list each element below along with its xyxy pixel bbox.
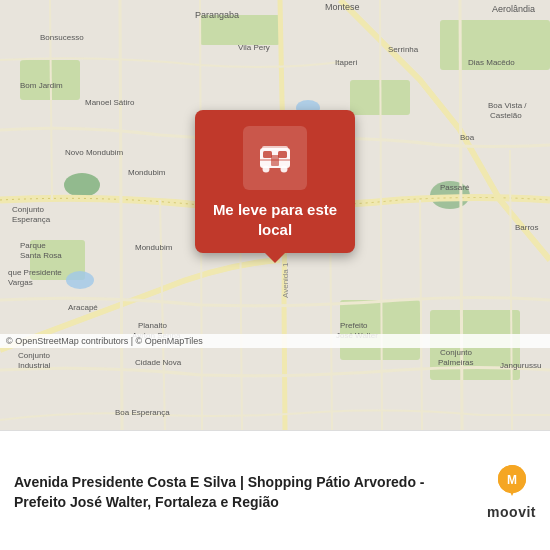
svg-point-11: [66, 271, 94, 289]
svg-point-55: [281, 166, 288, 173]
svg-text:Cidade Nova: Cidade Nova: [135, 358, 182, 367]
svg-text:Avenida 1: Avenida 1: [281, 262, 290, 298]
svg-text:Passaré: Passaré: [440, 183, 470, 192]
svg-text:Novo Mondubim: Novo Mondubim: [65, 148, 124, 157]
moovit-logo: M moovit: [487, 462, 536, 520]
svg-text:Serrinha: Serrinha: [388, 45, 419, 54]
svg-text:Barros: Barros: [515, 223, 539, 232]
svg-text:Bom Jardim: Bom Jardim: [20, 81, 63, 90]
svg-text:Bonsucesso: Bonsucesso: [40, 33, 84, 42]
svg-text:Aerolândia: Aerolândia: [492, 4, 535, 14]
location-popup[interactable]: Me leve para este local: [195, 110, 355, 253]
svg-rect-51: [263, 151, 272, 158]
moovit-text: moovit: [487, 504, 536, 520]
svg-text:Jangurussu: Jangurussu: [500, 361, 541, 370]
svg-text:Itaperi: Itaperi: [335, 58, 357, 67]
svg-text:Boa Vista /: Boa Vista /: [488, 101, 527, 110]
svg-text:Prefeito: Prefeito: [340, 321, 368, 330]
svg-text:Vargas: Vargas: [8, 278, 33, 287]
svg-text:Dias Macêdo: Dias Macêdo: [468, 58, 515, 67]
map-attribution: © OpenStreetMap contributors | © OpenMap…: [0, 334, 550, 348]
svg-text:M: M: [507, 473, 517, 487]
svg-rect-6: [340, 300, 420, 360]
svg-text:Mondubim: Mondubim: [135, 243, 173, 252]
svg-text:Planalto: Planalto: [138, 321, 167, 330]
map-container: Parangaba Montese Aerolândia Bonsucesso …: [0, 0, 550, 430]
place-title: Avenida Presidente Costa E Silva | Shopp…: [14, 473, 475, 512]
svg-text:Montese: Montese: [325, 2, 360, 12]
svg-text:Boa: Boa: [460, 133, 475, 142]
svg-point-8: [64, 173, 100, 197]
svg-text:Industrial: Industrial: [18, 361, 51, 370]
svg-text:que Presidente: que Presidente: [8, 268, 62, 277]
svg-text:Conjunto: Conjunto: [18, 351, 51, 360]
svg-rect-52: [278, 151, 287, 158]
svg-point-54: [263, 166, 270, 173]
svg-rect-56: [262, 146, 288, 150]
bus-icon-container: [243, 126, 307, 190]
svg-text:Castelão: Castelão: [490, 111, 522, 120]
svg-text:Palmeiras: Palmeiras: [438, 358, 474, 367]
svg-text:Conjunto: Conjunto: [440, 348, 473, 357]
svg-text:Parque: Parque: [20, 241, 46, 250]
svg-text:Manoel Sátiro: Manoel Sátiro: [85, 98, 135, 107]
svg-text:Santa Rosa: Santa Rosa: [20, 251, 62, 260]
bus-stop-icon: [253, 136, 297, 180]
svg-text:Esperança: Esperança: [12, 215, 51, 224]
moovit-icon: M: [493, 462, 531, 500]
svg-text:Mondubim: Mondubim: [128, 168, 166, 177]
svg-text:Boa Esperança: Boa Esperança: [115, 408, 170, 417]
popup-label: Me leve para este local: [207, 200, 343, 239]
place-info: Avenida Presidente Costa E Silva | Shopp…: [14, 469, 475, 512]
svg-text:Parangaba: Parangaba: [195, 10, 239, 20]
bottom-info-bar: Avenida Presidente Costa E Silva | Shopp…: [0, 430, 550, 550]
svg-text:Aracapé: Aracapé: [68, 303, 98, 312]
svg-text:Conjunto: Conjunto: [12, 205, 45, 214]
svg-text:Vila Pery: Vila Pery: [238, 43, 270, 52]
